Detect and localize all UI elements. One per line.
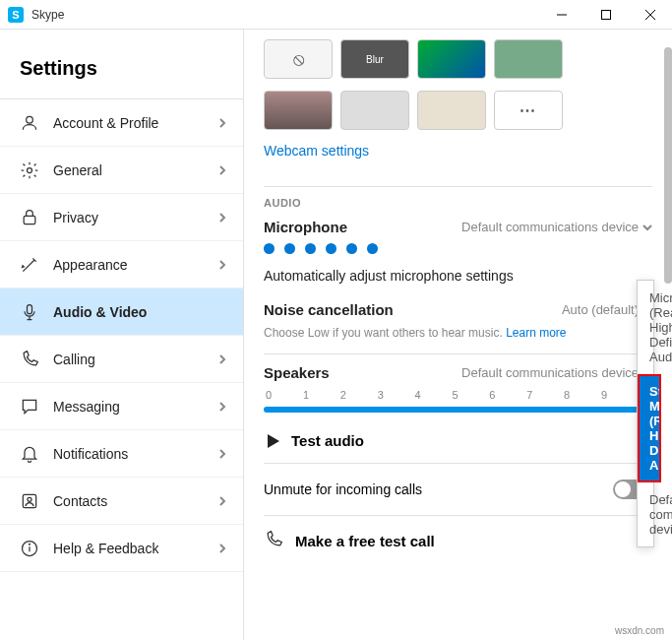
svg-point-4 bbox=[27, 116, 33, 123]
sidebar-item-label: General bbox=[53, 162, 102, 178]
mic-option[interactable]: Microphone (Realtek High Definition Audi… bbox=[638, 281, 661, 374]
sidebar-item-notifications[interactable]: Notifications bbox=[0, 430, 243, 478]
sidebar-item-label: Appearance bbox=[53, 257, 128, 273]
sidebar-item-label: Account & Profile bbox=[53, 115, 158, 131]
play-icon bbox=[268, 434, 279, 448]
skype-logo: S bbox=[8, 7, 24, 23]
learn-more-link[interactable]: Learn more bbox=[506, 326, 566, 340]
svg-rect-7 bbox=[28, 304, 32, 313]
speakers-label: Speakers bbox=[264, 364, 330, 381]
chevron-right-icon bbox=[217, 541, 227, 556]
scrollbar[interactable] bbox=[664, 47, 672, 284]
microphone-label: Microphone bbox=[264, 219, 347, 235]
sidebar-item-help[interactable]: Help & Feedback bbox=[0, 525, 243, 572]
chevron-right-icon bbox=[217, 446, 227, 462]
divider bbox=[264, 463, 652, 464]
audio-section-label: AUDIO bbox=[264, 197, 652, 209]
bg-option-none[interactable]: ⦸ bbox=[264, 39, 333, 79]
chevron-down-icon bbox=[642, 223, 652, 232]
sidebar-item-label: Audio & Video bbox=[53, 304, 147, 320]
noise-cancel-value: Auto (default) bbox=[562, 302, 639, 317]
chevron-right-icon bbox=[217, 162, 227, 178]
speakers-value: Default communications device bbox=[461, 365, 639, 380]
window-title: Skype bbox=[31, 8, 64, 22]
bg-option-blur[interactable]: Blur bbox=[340, 39, 409, 79]
microphone-selector[interactable]: Default communications device bbox=[461, 220, 652, 234]
gear-icon bbox=[20, 160, 39, 180]
sidebar-item-label: Contacts bbox=[53, 493, 107, 509]
chevron-right-icon bbox=[217, 352, 227, 367]
free-test-call-label: Make a free test call bbox=[295, 533, 435, 549]
sidebar-item-label: Privacy bbox=[53, 210, 98, 225]
svg-rect-6 bbox=[24, 216, 35, 224]
mic-option[interactable]: Default communications device bbox=[638, 482, 661, 546]
test-audio-label: Test audio bbox=[291, 432, 364, 449]
microphone-value: Default communications device bbox=[461, 220, 639, 234]
noise-cancel-label: Noise cancellation bbox=[264, 301, 394, 318]
bg-option-more[interactable]: ••• bbox=[494, 91, 563, 130]
background-thumbnails-row1: ⦸ Blur bbox=[264, 39, 652, 79]
contacts-icon bbox=[20, 491, 39, 511]
bell-icon bbox=[20, 444, 39, 464]
chevron-right-icon bbox=[217, 210, 227, 225]
content-pane: ⦸ Blur ••• Webcam settings AUDIO Microph… bbox=[244, 30, 672, 640]
sidebar-item-label: Messaging bbox=[53, 399, 120, 415]
sidebar-item-label: Calling bbox=[53, 352, 95, 367]
speaker-scale: 012345678910 bbox=[264, 389, 652, 401]
bg-option-bing[interactable] bbox=[417, 39, 486, 79]
bg-option-image2[interactable] bbox=[264, 91, 333, 130]
lock-icon bbox=[20, 208, 39, 227]
microphone-icon bbox=[20, 302, 39, 322]
sidebar-item-account[interactable]: Account & Profile bbox=[0, 99, 243, 147]
sidebar-item-label: Help & Feedback bbox=[53, 541, 158, 556]
chevron-right-icon bbox=[217, 493, 227, 509]
unmute-label: Unmute for incoming calls bbox=[264, 481, 422, 497]
bg-option-image1[interactable] bbox=[494, 39, 563, 79]
settings-title: Settings bbox=[0, 39, 243, 99]
webcam-settings-link[interactable]: Webcam settings bbox=[264, 143, 369, 159]
sidebar-item-audio-video[interactable]: Audio & Video bbox=[0, 288, 243, 336]
auto-adjust-label: Automatically adjust microphone settings bbox=[264, 268, 652, 284]
sidebar-item-contacts[interactable]: Contacts bbox=[0, 478, 243, 525]
microphone-level bbox=[264, 243, 652, 254]
chevron-right-icon bbox=[217, 399, 227, 415]
svg-point-12 bbox=[30, 544, 31, 544]
maximize-button[interactable] bbox=[583, 0, 628, 30]
divider bbox=[264, 353, 652, 354]
free-test-call-button[interactable]: Make a free test call bbox=[264, 530, 652, 552]
svg-point-9 bbox=[28, 497, 31, 501]
divider bbox=[264, 186, 652, 187]
sidebar-item-general[interactable]: General bbox=[0, 147, 243, 194]
titlebar: S Skype bbox=[0, 0, 672, 30]
sidebar: Settings Account & Profile General Priva… bbox=[0, 30, 244, 640]
bg-option-image4[interactable] bbox=[417, 91, 486, 130]
divider bbox=[264, 515, 652, 516]
svg-rect-1 bbox=[601, 10, 610, 19]
sidebar-item-messaging[interactable]: Messaging bbox=[0, 383, 243, 430]
sidebar-item-privacy[interactable]: Privacy bbox=[0, 194, 243, 241]
background-thumbnails-row2: ••• bbox=[264, 91, 652, 130]
sidebar-item-appearance[interactable]: Appearance bbox=[0, 241, 243, 288]
chevron-right-icon bbox=[217, 115, 227, 131]
watermark: wsxdn.com bbox=[615, 625, 664, 636]
chat-icon bbox=[20, 397, 39, 416]
minimize-button[interactable] bbox=[539, 0, 583, 30]
phone-icon bbox=[264, 530, 283, 552]
phone-icon bbox=[20, 350, 39, 369]
person-icon bbox=[20, 113, 39, 133]
sidebar-item-label: Notifications bbox=[53, 446, 128, 462]
noise-cancel-sub: Choose Low if you want others to hear mu… bbox=[264, 326, 652, 340]
svg-point-5 bbox=[28, 167, 32, 172]
sidebar-item-calling[interactable]: Calling bbox=[0, 336, 243, 383]
info-icon bbox=[20, 539, 39, 558]
test-audio-button[interactable]: Test audio bbox=[264, 432, 652, 449]
bg-option-image3[interactable] bbox=[340, 91, 409, 130]
chevron-right-icon bbox=[217, 257, 227, 273]
close-button[interactable] bbox=[628, 0, 672, 30]
speaker-volume-slider[interactable] bbox=[264, 407, 652, 413]
mic-option-selected[interactable]: Stereo Mix (Realtek High Definition Audi… bbox=[638, 374, 661, 482]
microphone-dropdown: Microphone (Realtek High Definition Audi… bbox=[637, 280, 654, 547]
speakers-selector[interactable]: Default communications device bbox=[461, 365, 652, 380]
wand-icon bbox=[20, 255, 39, 275]
